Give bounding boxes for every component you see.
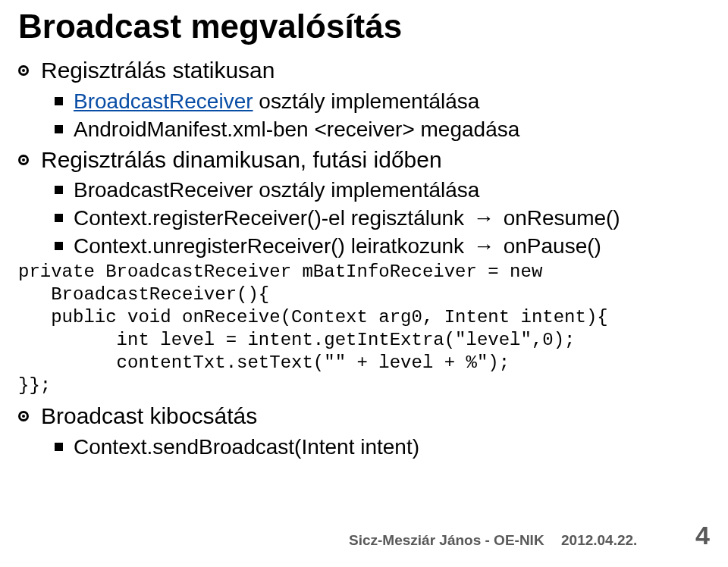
bullet-text: AndroidManifest.xml-ben <receiver> megad…: [74, 116, 519, 143]
bullet-text: BroadcastReceiver osztály implementálása: [74, 88, 479, 114]
square-icon: [55, 186, 63, 194]
square-icon: [55, 125, 63, 133]
bullet-l2: Context.sendBroadcast(Intent intent): [55, 434, 710, 460]
code-block: private BroadcastReceiver mBatInfoReceiv…: [18, 261, 710, 397]
bullet-text: Broadcast kibocsátás: [41, 402, 257, 431]
bullet-pre: Context.unregisterReceiver() leiratkozun…: [74, 234, 470, 258]
bullet-text: Regisztrálás statikusan: [41, 56, 275, 85]
bullet-text: Context.unregisterReceiver() leiratkozun…: [74, 233, 601, 259]
bullet-text: Context.registerReceiver()-el regisztálu…: [74, 205, 620, 231]
bullet-l2: Context.registerReceiver()-el regisztálu…: [55, 205, 710, 231]
square-icon: [55, 242, 63, 250]
bullet-l1: Regisztrálás statikusan: [18, 56, 710, 85]
bullet-l2: AndroidManifest.xml-ben <receiver> megad…: [55, 116, 710, 143]
bullet-suffix: osztály implementálása: [253, 89, 480, 113]
arrow-icon: →: [470, 206, 497, 230]
footer-page-number: 4: [695, 521, 710, 550]
bullet-l2: Context.unregisterReceiver() leiratkozun…: [55, 233, 710, 259]
slide-title: Broadcast megvalósítás: [18, 9, 710, 44]
bullet-l2: BroadcastReceiver osztály implementálása: [55, 177, 710, 203]
bullet-l1: Broadcast kibocsátás: [18, 402, 710, 431]
bullet-icon: [18, 411, 29, 421]
bullet-icon: [18, 65, 29, 76]
broadcastreceiver-link[interactable]: BroadcastReceiver: [74, 89, 253, 113]
bullet-text: Context.sendBroadcast(Intent intent): [74, 434, 419, 460]
slide: Broadcast megvalósítás Regisztrálás stat…: [0, 0, 728, 567]
footer-date: 2012.04.22.: [561, 532, 637, 549]
bullet-l2: BroadcastReceiver osztály implementálása: [55, 88, 710, 114]
bullet-suffix: onResume(): [497, 206, 620, 230]
bullet-text: Regisztrálás dinamikusan, futási időben: [41, 146, 442, 174]
arrow-icon: →: [470, 234, 497, 258]
square-icon: [55, 97, 63, 105]
square-icon: [55, 443, 63, 451]
footer-author: Sicz-Mesziár János - OE-NIK: [349, 532, 544, 549]
bullet-suffix: onPause(): [497, 234, 601, 258]
square-icon: [55, 214, 63, 222]
bullet-text: BroadcastReceiver osztály implementálása: [74, 177, 479, 203]
bullet-pre: Context.registerReceiver()-el regisztálu…: [74, 206, 470, 230]
bullet-l1: Regisztrálás dinamikusan, futási időben: [18, 146, 710, 174]
footer: Sicz-Mesziár János - OE-NIK 2012.04.22. …: [0, 532, 728, 553]
bullet-icon: [18, 155, 29, 165]
